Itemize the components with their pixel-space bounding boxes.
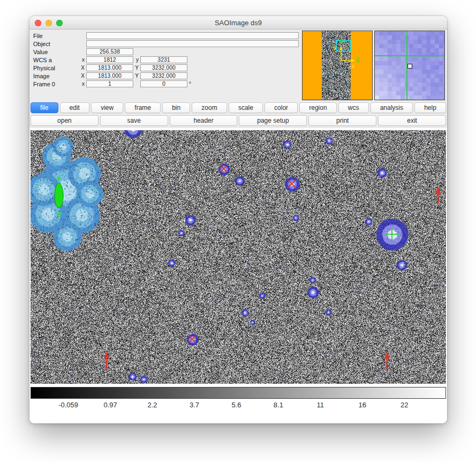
colorbar-tick-22: 22 <box>401 401 408 409</box>
panner-view[interactable] <box>302 31 373 100</box>
field-image-0[interactable]: 1813.000 <box>86 72 133 79</box>
colorbar-tick-2-2: 2.2 <box>147 401 157 409</box>
info-label-physical: Physical <box>33 65 79 71</box>
info-row-value: Value256.538 <box>29 48 299 56</box>
menu-bar: fileeditviewframebinzoomscalecolorregion… <box>31 102 446 114</box>
axis-label: Y <box>133 65 140 71</box>
minimize-window-button[interactable] <box>46 20 52 26</box>
titlebar[interactable]: SAOImage ds9 <box>29 16 447 29</box>
field-file-0[interactable] <box>86 32 299 39</box>
field-physical-0[interactable]: 1813.000 <box>86 64 133 71</box>
coordinate-readout: FileObjectValue256.538WCS ax1812y3231Phy… <box>29 32 299 88</box>
field-wcs-a-0[interactable]: 1812 <box>86 56 133 63</box>
sky-image-canvas[interactable] <box>31 130 446 384</box>
colorbar-tick-0-97: 0.97 <box>103 401 117 409</box>
axis-label: X <box>79 73 86 79</box>
menu-frame[interactable]: frame <box>125 102 161 113</box>
menu-help[interactable]: help <box>414 102 446 113</box>
colorbar-tick-3-7: 3.7 <box>190 401 199 409</box>
info-label-wcs-a: WCS a <box>33 57 79 63</box>
field-frame-0-0[interactable]: 1 <box>86 80 133 87</box>
menu-scale[interactable]: scale <box>229 102 263 113</box>
axis-label: Y <box>133 73 140 79</box>
info-label-image: Image <box>33 73 79 79</box>
colorbar-tick-0-059: -0.059 <box>58 401 78 409</box>
info-label-file: File <box>33 33 79 39</box>
colorbar-tick-16: 16 <box>359 401 366 409</box>
axis-label: x <box>79 81 86 87</box>
colorbar-tick-5-6: 5.6 <box>231 401 241 409</box>
menu-view[interactable]: view <box>91 102 123 113</box>
field-frame-0-1[interactable]: 0 <box>140 80 187 87</box>
field-value-0[interactable]: 256.538 <box>86 48 133 55</box>
field-physical-1[interactable]: 3232.000 <box>140 64 187 71</box>
info-label-value: Value <box>33 49 79 55</box>
colorbar[interactable] <box>31 387 446 399</box>
button-open[interactable]: open <box>31 115 99 126</box>
menu-wcs[interactable]: wcs <box>338 102 369 113</box>
info-label-frame-0: Frame 0 <box>33 81 79 87</box>
menu-edit[interactable]: edit <box>60 102 90 113</box>
info-panel: FileObjectValue256.538WCS ax1812y3231Phy… <box>29 29 447 102</box>
field-object-0[interactable] <box>86 40 299 47</box>
info-row-frame-0: Frame 0x10° <box>29 80 299 88</box>
axis-label: X <box>79 65 86 71</box>
colorbar-tick-8-1: 8.1 <box>274 401 283 409</box>
button-header[interactable]: header <box>170 115 238 126</box>
file-actions-bar: opensaveheaderpage setupprintexit <box>31 115 446 126</box>
axis-label: y <box>133 57 140 63</box>
button-page-setup[interactable]: page setup <box>239 115 307 126</box>
button-save[interactable]: save <box>100 115 168 126</box>
menu-bin[interactable]: bin <box>162 102 190 113</box>
menu-file[interactable]: file <box>31 102 58 113</box>
info-row-wcs-a: WCS ax1812y3231 <box>29 56 299 64</box>
info-row-object: Object <box>29 40 299 48</box>
ds9-window: SAOImage ds9 FileObjectValue256.538WCS a… <box>29 16 447 423</box>
menu-region[interactable]: region <box>299 102 337 113</box>
traffic-lights <box>35 20 63 26</box>
colorbar-ticks: -0.0590.972.23.75.68.1111622 <box>31 401 446 412</box>
menu-color[interactable]: color <box>265 102 298 113</box>
field-wcs-a-1[interactable]: 3231 <box>140 56 187 63</box>
menu-zoom[interactable]: zoom <box>192 102 227 113</box>
info-row-image: ImageX1813.000Y3232.000 <box>29 72 299 80</box>
info-row-file: File <box>29 32 299 40</box>
magnifier-view[interactable] <box>374 31 445 100</box>
image-display[interactable] <box>31 130 446 384</box>
close-window-button[interactable] <box>35 20 41 26</box>
menu-analysis[interactable]: analysis <box>371 102 413 113</box>
field-image-1[interactable]: 3232.000 <box>140 72 187 79</box>
colorbar-tick-11: 11 <box>317 401 324 409</box>
zoom-window-button[interactable] <box>56 20 63 26</box>
info-row-physical: PhysicalX1813.000Y3232.000 <box>29 64 299 72</box>
degree-label: ° <box>187 81 191 87</box>
window-title: SAOImage ds9 <box>29 16 447 29</box>
axis-label: x <box>79 57 86 63</box>
info-label-object: Object <box>33 41 79 47</box>
button-print[interactable]: print <box>308 115 376 126</box>
button-exit[interactable]: exit <box>378 115 446 126</box>
